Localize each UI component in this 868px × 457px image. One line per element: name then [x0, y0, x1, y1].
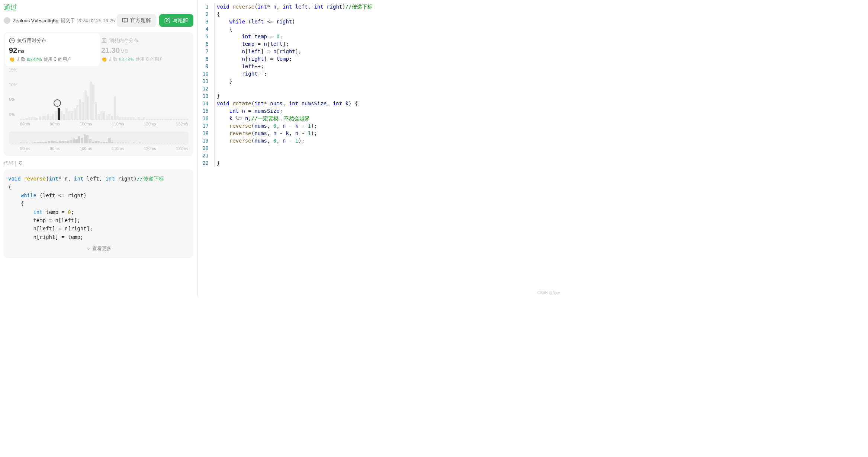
code-line[interactable]: void rotate(int* nums, int numsSize, int…	[217, 100, 560, 107]
chart-bar[interactable]	[58, 108, 60, 120]
chart-bar[interactable]	[170, 119, 172, 120]
code-line[interactable]: reverse(nums, 0, n - 1);	[217, 137, 560, 144]
chart-bar[interactable]	[111, 116, 113, 120]
avatar[interactable]	[4, 17, 10, 24]
memory-stat[interactable]: 消耗内存分布 21.30MB 👏 击败 93.48% 使用 C 的用户	[101, 37, 188, 63]
chart-bar[interactable]	[143, 117, 145, 120]
code-line[interactable]: int n = numsSize;	[217, 107, 560, 115]
code-line[interactable]: n[right] = temp;	[217, 55, 560, 63]
mini-bar	[174, 143, 177, 143]
chart-bar[interactable]	[68, 111, 70, 120]
chart-bar[interactable]	[108, 114, 110, 120]
code-line[interactable]: while (left <= right)	[217, 18, 560, 25]
chart-bar[interactable]	[103, 111, 105, 120]
chart-bar[interactable]	[65, 108, 68, 120]
chart-bar[interactable]	[87, 96, 89, 120]
chart-bar[interactable]	[28, 117, 30, 120]
chart-bar[interactable]	[95, 102, 97, 120]
chart-bar[interactable]	[130, 117, 132, 120]
chart-bar[interactable]	[36, 118, 38, 120]
code-line[interactable]	[217, 85, 560, 92]
chart-bar[interactable]	[146, 119, 148, 120]
official-solution-button[interactable]: 官方题解	[117, 14, 156, 27]
chart-bar[interactable]	[140, 119, 142, 120]
chart-bar[interactable]	[52, 114, 54, 120]
author-name[interactable]: Zealous VVescoffq6p	[13, 18, 58, 23]
chart-bar[interactable]	[162, 119, 164, 120]
code-line[interactable]: k %= n;//一定要模，不然会越界	[217, 115, 560, 122]
code-body[interactable]: void reverse(int* n, int left, int right…	[214, 3, 564, 167]
chart-bar[interactable]	[55, 111, 57, 120]
chart-bar[interactable]	[119, 117, 121, 120]
line-number: 14	[200, 100, 209, 107]
chart-bar[interactable]	[124, 117, 126, 120]
runtime-stat[interactable]: 执行用时分布 92ms 👏 击败 95.42% 使用 C 的用户	[5, 33, 100, 66]
chart-bar[interactable]	[173, 119, 175, 120]
code-line[interactable]: left++;	[217, 63, 560, 70]
chart-bar[interactable]	[148, 119, 151, 120]
code-line[interactable]: void reverse(int* n, int left, int right…	[217, 3, 560, 10]
code-line[interactable]: right--;	[217, 70, 560, 77]
code-line[interactable]	[217, 144, 560, 152]
chart-bar[interactable]	[25, 118, 28, 120]
mini-bar	[108, 138, 110, 143]
code-editor[interactable]: 12345678910111213141516171819202122 void…	[197, 0, 564, 167]
chart-bar[interactable]	[175, 119, 177, 120]
chart-bar[interactable]	[127, 117, 129, 120]
chart-bar[interactable]	[76, 105, 78, 120]
chart-bar[interactable]	[20, 119, 22, 120]
chart-bar[interactable]	[49, 116, 52, 120]
chart-bar[interactable]	[44, 116, 46, 120]
code-line[interactable]: }	[217, 159, 560, 167]
code-line[interactable]: {	[217, 25, 560, 33]
chart-bar[interactable]	[135, 119, 137, 120]
chart-bar[interactable]	[84, 90, 87, 120]
chart-bar[interactable]	[159, 119, 161, 120]
code-line[interactable]: temp = n[left];	[217, 40, 560, 48]
code-line[interactable]: {	[217, 10, 560, 18]
code-line[interactable]: reverse(nums, 0, n - k - 1);	[217, 122, 560, 130]
chart-bar[interactable]	[180, 119, 183, 120]
chart-bar[interactable]	[122, 117, 124, 120]
chart-bar[interactable]	[42, 116, 44, 120]
chart-bar[interactable]	[116, 116, 119, 120]
chart-bar[interactable]	[79, 99, 81, 120]
chart-bar[interactable]	[60, 111, 62, 120]
chart-bar[interactable]	[183, 119, 185, 120]
chart-bar[interactable]	[47, 114, 49, 120]
chart-bar[interactable]	[33, 117, 36, 120]
chart-bar[interactable]	[71, 111, 73, 120]
chart-bar[interactable]	[164, 119, 167, 120]
chart-bar[interactable]	[138, 117, 140, 120]
chart-bar[interactable]	[106, 116, 108, 120]
code-line[interactable]: }	[217, 92, 560, 100]
chart-bar[interactable]	[132, 117, 135, 120]
mini-bar	[12, 143, 14, 143]
chart-bar[interactable]	[97, 114, 100, 120]
chart-bar[interactable]	[151, 119, 153, 120]
chart-bar[interactable]	[63, 114, 65, 120]
write-solution-button[interactable]: 写题解	[159, 14, 193, 27]
code-line[interactable]: int temp = 0;	[217, 33, 560, 40]
show-more-button[interactable]: 查看更多	[8, 241, 189, 253]
mini-chart[interactable]	[9, 131, 188, 145]
code-line[interactable]	[217, 152, 560, 159]
chart-main[interactable]: 15%10%5%0%	[9, 70, 188, 120]
chart-bar[interactable]	[39, 116, 41, 120]
chart-bar[interactable]	[186, 119, 188, 120]
code-line[interactable]: reverse(nums, n - k, n - 1);	[217, 130, 560, 137]
chart-bar[interactable]	[114, 96, 116, 120]
chart-bar[interactable]	[31, 117, 33, 120]
chart-bar[interactable]	[167, 119, 169, 120]
chart-bar[interactable]	[100, 111, 103, 120]
chart-bar[interactable]	[81, 102, 84, 120]
chart-bar[interactable]	[157, 119, 159, 120]
chart-bar[interactable]	[92, 84, 94, 120]
code-line[interactable]: n[left] = n[right];	[217, 48, 560, 55]
chart-bar[interactable]	[23, 119, 25, 120]
chart-bar[interactable]	[74, 108, 76, 120]
chart-bar[interactable]	[154, 119, 156, 120]
chart-bar[interactable]	[178, 119, 180, 120]
code-line[interactable]: }	[217, 77, 560, 85]
chart-bar[interactable]	[90, 82, 92, 120]
